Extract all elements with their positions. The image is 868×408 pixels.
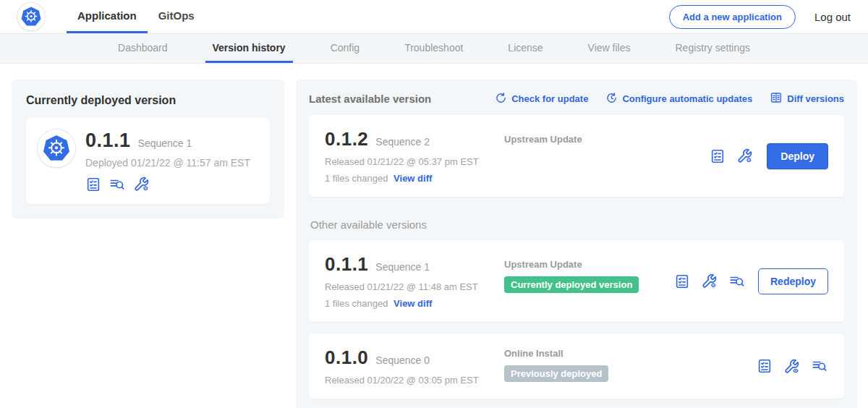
deploy-logs-icon[interactable] [109, 177, 126, 192]
release-notes-icon[interactable] [710, 148, 726, 164]
version-source-label: Online Install [504, 348, 757, 359]
version-number: 0.1.0 [325, 347, 368, 369]
configure-automatic-updates-link[interactable]: Configure automatic updates [605, 92, 752, 106]
tab-application[interactable]: Application [67, 0, 148, 33]
tab-dashboard[interactable]: Dashboard [111, 34, 175, 63]
previously-deployed-badge: Previously deployed [504, 365, 608, 382]
edit-config-icon[interactable] [701, 273, 718, 289]
deployed-timestamp: Deployed 01/21/22 @ 11:57 am EST [85, 157, 250, 169]
released-timestamp: Released 01/21/22 @ 11:48 am EST [325, 281, 504, 292]
edit-config-icon[interactable] [133, 176, 150, 192]
view-diff-link[interactable]: View diff [393, 173, 432, 184]
files-changed-label: 1 files changed [325, 298, 388, 309]
diff-versions-link[interactable]: Diff versions [770, 91, 844, 106]
version-number: 0.1.1 [325, 253, 368, 276]
other-versions-title: Other available versions [310, 218, 844, 231]
currently-deployed-title: Currently deployed version [26, 94, 270, 107]
sequence-label: Sequence 1 [375, 261, 430, 273]
deploy-logs-icon[interactable] [811, 358, 828, 374]
logout-link[interactable]: Log out [814, 11, 851, 23]
tab-license[interactable]: License [501, 34, 550, 63]
deployed-version-card: 0.1.1 Sequence 1 Deployed 01/21/22 @ 11:… [26, 118, 270, 204]
released-timestamp: Released 01/21/22 @ 05:37 pm EST [325, 156, 504, 167]
release-notes-icon[interactable] [85, 177, 101, 192]
tab-gitops[interactable]: GitOps [148, 0, 205, 33]
currently-deployed-panel: Currently deployed version [12, 80, 284, 218]
released-timestamp: Released 01/20/22 @ 03:05 pm EST [325, 375, 504, 386]
version-number: 0.1.2 [325, 128, 368, 150]
release-notes-icon[interactable] [757, 358, 773, 374]
refresh-icon [495, 92, 507, 106]
tab-config[interactable]: Config [323, 34, 367, 63]
app-kubernetes-icon [38, 129, 75, 167]
app-tabs: Application GitOps [67, 0, 205, 33]
version-source-label: Upstream Update [504, 259, 674, 270]
version-source-label: Upstream Update [504, 134, 710, 145]
tab-version-history[interactable]: Version history [205, 34, 293, 63]
edit-config-icon[interactable] [736, 148, 753, 164]
tab-view-files[interactable]: View files [581, 34, 638, 63]
files-changed-label: 1 files changed [325, 173, 388, 184]
view-config-icon[interactable] [783, 358, 800, 375]
deployed-sequence-label: Sequence 1 [138, 137, 192, 149]
latest-available-title: Latest available version [309, 93, 431, 105]
currently-deployed-badge: Currently deployed version [504, 276, 639, 293]
release-notes-icon[interactable] [674, 273, 690, 289]
check-for-update-link[interactable]: Check for update [495, 92, 588, 106]
version-card-0-1-2: 0.1.2 Sequence 2 Released 01/21/22 @ 05:… [309, 115, 844, 197]
diff-versions-icon [770, 91, 783, 106]
redeploy-button[interactable]: Redeploy [758, 268, 828, 294]
version-card-0-1-0: 0.1.0 Sequence 0 Released 01/20/22 @ 03:… [309, 333, 844, 399]
deployed-version-number: 0.1.1 [85, 129, 131, 152]
deploy-logs-icon[interactable] [728, 273, 746, 289]
version-history-panel: Latest available version Check for updat… [296, 80, 857, 408]
sequence-label: Sequence 0 [375, 354, 430, 366]
auto-update-icon [605, 92, 618, 106]
sub-navigation: Dashboard Version history Config Trouble… [0, 34, 868, 64]
tab-troubleshoot[interactable]: Troubleshoot [397, 34, 470, 63]
tab-registry-settings[interactable]: Registry settings [668, 34, 757, 63]
add-application-button[interactable]: Add a new application [669, 5, 796, 29]
sequence-label: Sequence 2 [375, 136, 430, 148]
view-diff-link[interactable]: View diff [393, 298, 432, 309]
deploy-button[interactable]: Deploy [767, 143, 828, 169]
kubernetes-logo-icon [17, 3, 45, 30]
version-card-0-1-1: 0.1.1 Sequence 1 Released 01/21/22 @ 11:… [309, 240, 844, 322]
top-navigation: Application GitOps Add a new application… [0, 0, 868, 34]
